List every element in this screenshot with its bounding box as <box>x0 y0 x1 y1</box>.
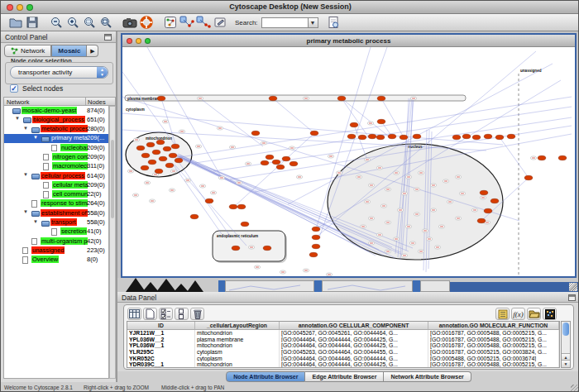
import-file-icon[interactable] <box>527 308 541 320</box>
column-divider[interactable] <box>85 98 86 105</box>
window-resize-grip[interactable] <box>569 283 577 291</box>
graph-node-selected[interactable] <box>237 204 246 208</box>
table-row[interactable]: YKR052Ccytoplasm[GO:0044464, GO:0044446,… <box>127 356 559 362</box>
graph-node-selected[interactable] <box>272 160 280 164</box>
graph-node-selected[interactable] <box>159 156 167 160</box>
tree-expander-icon[interactable]: ▼ <box>23 209 28 214</box>
tree-expander-icon[interactable]: ▼ <box>15 116 20 121</box>
table-cell[interactable]: [GO:0016787, GO:0005488, GO:0005215, G..… <box>428 330 559 337</box>
graph-node-selected[interactable] <box>155 169 163 173</box>
graph-node-selected[interactable] <box>309 252 318 256</box>
graph-node-selected[interactable] <box>157 96 165 100</box>
new-attribute-icon[interactable] <box>143 308 157 320</box>
table-scrollbar[interactable]: ▲ ▼ <box>561 321 571 368</box>
graph-node-selected[interactable] <box>141 165 149 170</box>
tree-row[interactable]: response to stimulu264(0) <box>4 199 108 208</box>
attribute-pair-icon[interactable] <box>175 308 189 320</box>
attribute-checklist-icon[interactable] <box>159 308 173 320</box>
table-cell[interactable]: [GO:0005488, GO:0005215, GO:0003674] <box>428 356 559 362</box>
graph-node-selected[interactable] <box>312 227 320 231</box>
background-window-border[interactable] <box>314 280 322 292</box>
tree-row-label[interactable]: cellular process <box>41 172 85 179</box>
graph-node-selected[interactable] <box>507 134 515 138</box>
tree-row-label[interactable]: response to stimulu <box>41 199 88 207</box>
tree-row-label[interactable]: biological_process <box>32 116 85 123</box>
tree-expander-icon[interactable]: ▼ <box>33 219 38 224</box>
table-column-header[interactable]: annotation.GO MOLECULAR_FUNCTION <box>428 322 559 329</box>
background-window-border[interactable] <box>218 280 225 292</box>
table-column-header[interactable]: ID <box>127 322 195 329</box>
node-color-dropdown[interactable]: transporter activity ▲▼ <box>10 66 108 79</box>
tree-row[interactable]: macromolecule311(0) <box>4 162 108 171</box>
tree-expander-icon[interactable]: ▼ <box>23 172 28 177</box>
graph-edge[interactable] <box>180 97 572 157</box>
tree-row-label[interactable]: nucleobase- <box>60 144 88 151</box>
tree-row-label[interactable]: secretion <box>60 227 87 235</box>
tree-col-network[interactable]: Network <box>7 98 30 106</box>
graph-node-selected[interactable] <box>495 135 504 139</box>
open-icon[interactable] <box>8 15 23 30</box>
tree-row[interactable]: multi-organism pro42(0) <box>4 237 108 246</box>
tree-row[interactable]: nucleobase-209(0) <box>4 143 108 152</box>
table-cell[interactable]: YPL036W__2 <box>127 337 195 343</box>
zoom-selected-icon[interactable] <box>82 15 97 30</box>
search-dropdown-arrow[interactable]: ▼ <box>308 17 318 28</box>
table-scrollbar-thumb[interactable] <box>562 323 569 336</box>
network-window-titlebar[interactable]: primary metabolic process <box>122 35 575 47</box>
network-canvas[interactable]: plasma membranecytoplasmmitochondrionnuc… <box>122 47 573 276</box>
table-cell[interactable]: cytoplasm <box>195 356 280 362</box>
graph-node-selected[interactable] <box>350 122 358 127</box>
graph-node-selected[interactable] <box>165 163 174 167</box>
graph-node-selected[interactable] <box>251 131 260 135</box>
attribute-select-icon[interactable] <box>127 308 141 320</box>
table-cell[interactable]: YJR121W__1 <box>127 330 195 337</box>
attribute-matrix-icon[interactable] <box>543 308 557 320</box>
graph-edge[interactable] <box>342 98 389 136</box>
annotation-icon[interactable] <box>213 15 227 30</box>
snapshot-icon[interactable] <box>122 15 137 30</box>
zoom-out-icon[interactable] <box>49 15 64 30</box>
tree-row-label[interactable]: nitrogen compo <box>52 153 88 160</box>
graph-node-selected[interactable] <box>490 198 499 203</box>
table-column-header[interactable]: annotation.GO CELLULAR_COMPONENT <box>280 322 428 329</box>
graph-node-selected[interactable] <box>276 165 285 169</box>
tab-edge-attribute-browser[interactable]: Edge Attribute Browser <box>305 371 384 382</box>
scroll-down-icon[interactable]: ▼ <box>562 360 570 367</box>
search-field[interactable] <box>261 17 308 28</box>
table-cell[interactable]: [GO:0044464, GO:0044444, GO:0044425, G..… <box>280 342 428 349</box>
tree-row[interactable]: Overview8(0) <box>4 256 108 265</box>
background-window-fragment[interactable] <box>225 280 314 292</box>
graph-node-selected[interactable] <box>269 96 277 100</box>
table-cell[interactable]: mitochondrion <box>195 342 280 349</box>
expand-selection-icon[interactable] <box>196 15 211 30</box>
tree-scrollbar[interactable] <box>109 106 116 379</box>
tree-row-label[interactable]: metabolic process <box>41 125 88 132</box>
background-window-fragment[interactable] <box>420 280 450 292</box>
tree-row-label[interactable]: cellular metabo <box>52 181 88 189</box>
graph-node-selected[interactable] <box>205 198 213 203</box>
background-window-border[interactable] <box>413 280 420 292</box>
tree-row[interactable]: ▼transport558(0) <box>4 218 108 227</box>
graph-node-selected[interactable] <box>400 135 408 139</box>
tab-node-attribute-browser[interactable]: Node Attribute Browser <box>226 371 305 382</box>
graph-node-selected[interactable] <box>229 204 237 208</box>
graph-node-selected[interactable] <box>388 134 396 138</box>
tree-row-label[interactable]: mosaic-demo-yeast <box>22 107 77 114</box>
window-titlebar[interactable]: Cytoscape Desktop (New Session) <box>1 1 579 14</box>
tree-row-label[interactable]: establishment of lo <box>41 209 88 217</box>
tree-row[interactable]: ▼biological_process651(0) <box>4 115 108 124</box>
graph-node-selected[interactable] <box>163 146 171 151</box>
tree-row-label[interactable]: multi-organism pro <box>41 237 88 245</box>
graph-node-selected[interactable] <box>266 155 274 159</box>
tree-row[interactable]: ▼metabolic process280(0) <box>4 125 108 134</box>
tree-row-label[interactable]: transport <box>50 218 77 226</box>
table-cell[interactable]: [GO:0016787, GO:0005488, GO:0005215, G..… <box>428 361 559 368</box>
tree-expander-icon[interactable]: ▼ <box>33 135 38 140</box>
graph-node-selected[interactable] <box>261 160 269 165</box>
zoom-fit-icon[interactable] <box>98 15 113 30</box>
table-cell[interactable]: YDR039C__1 <box>127 361 195 368</box>
tree-row-label[interactable]: cell communicat <box>52 190 88 198</box>
tree-row[interactable]: ▼establishment of lo558(0) <box>4 208 108 218</box>
table-cell[interactable]: mitochondrion <box>195 361 280 368</box>
table-row[interactable]: YPL036W__2plasma membrane[GO:0044464, GO… <box>127 337 559 343</box>
